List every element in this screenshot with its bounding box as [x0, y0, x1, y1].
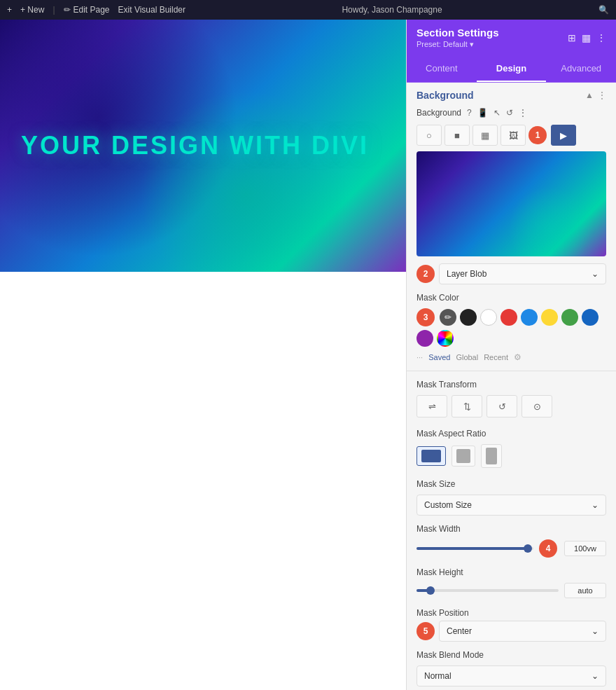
bg-type-color[interactable]: ■ [444, 125, 470, 146]
layer-blob-dropdown[interactable]: Layer Blob ⌄ [439, 263, 606, 284]
hero-title: YOUR DESIGN WITH DIVI [21, 131, 369, 160]
background-type-row: ○ ■ ▦ 🖼 1 ▶ [407, 122, 616, 151]
step-3-badge: 3 [416, 308, 435, 326]
top-bar: + + New | ✏ Edit Page Exit Visual Builde… [0, 0, 616, 20]
mask-width-value[interactable]: 100vw [564, 541, 606, 556]
mask-blend-dropdown[interactable]: Normal ⌄ [416, 665, 606, 686]
panel-header: Section Settings Preset: Default ▾ ⊞ ▦ ⋮ [407, 20, 616, 56]
pencil-icon: ✏ [64, 5, 71, 15]
section-heading-title: Background [416, 90, 474, 101]
layout-icon[interactable]: ▦ [582, 32, 591, 43]
mask-position-arrow: ⌄ [592, 626, 598, 636]
user-greeting: Howdy, Jason Champagne [194, 5, 590, 15]
right-panel: Section Settings Preset: Default ▾ ⊞ ▦ ⋮… [406, 20, 616, 690]
mask-aspect-label: Mask Aspect Ratio [407, 423, 616, 441]
edit-page-button[interactable]: ✏ Edit Page [64, 5, 110, 15]
bg-type-gradient[interactable]: ▦ [472, 125, 498, 146]
color-blue[interactable] [521, 309, 538, 326]
mask-aspect-row [407, 441, 616, 474]
bg-more-icon[interactable]: ⋮ [519, 108, 527, 118]
mask-height-value[interactable]: auto [564, 583, 606, 598]
tab-advanced[interactable]: Advanced [546, 56, 616, 82]
transform-flip-v[interactable]: ⇅ [451, 395, 482, 418]
undo-icon[interactable]: ↺ [506, 108, 513, 118]
transform-reset[interactable]: ⊙ [522, 395, 552, 418]
gear-icon[interactable]: ⚙ [514, 352, 522, 362]
saved-link[interactable]: Saved [428, 353, 450, 361]
panel-preset[interactable]: Preset: Default ▾ [416, 40, 499, 49]
background-image-preview[interactable] [416, 151, 606, 256]
saved-row: ··· Saved Global Recent ⚙ [407, 351, 616, 368]
mask-width-track[interactable] [416, 547, 533, 550]
tab-content[interactable]: Content [407, 56, 477, 82]
color-dark-blue[interactable] [582, 309, 598, 326]
main-area: YOUR DESIGN WITH DIVI Use vw length unit… [0, 20, 616, 690]
mask-position-label: Mask Position [407, 602, 616, 621]
new-button[interactable]: + New [20, 5, 44, 15]
color-green[interactable] [561, 309, 578, 326]
section-heading-background: Background ▲ ⋮ [407, 83, 616, 105]
mask-height-thumb[interactable] [426, 586, 435, 595]
color-rainbow[interactable] [437, 330, 454, 347]
mask-color-label: Mask Color [407, 287, 616, 305]
step-4-badge: 4 [539, 539, 557, 558]
panel-tabs: Content Design Advanced [407, 56, 616, 83]
canvas-body: Use vw length unit forMask width Set mas… [0, 272, 406, 328]
transform-flip-h[interactable]: ⇌ [416, 395, 447, 418]
mask-size-dropdown[interactable]: Custom Size ⌄ [416, 495, 606, 516]
dropdown-arrow: ⌄ [592, 269, 598, 279]
color-red[interactable] [500, 309, 517, 326]
panel-header-icons: ⊞ ▦ ⋮ [568, 32, 606, 43]
cursor-icon[interactable]: ↖ [493, 108, 500, 118]
background-label: Background [416, 108, 461, 118]
bg-type-image[interactable]: 🖼 [500, 125, 526, 146]
hero-section: YOUR DESIGN WITH DIVI [0, 20, 406, 272]
separator: | [52, 5, 55, 15]
recent-link[interactable]: Recent [484, 353, 508, 361]
search-icon[interactable]: 🔍 [598, 5, 609, 15]
aspect-square[interactable] [451, 446, 475, 467]
color-purple[interactable] [416, 330, 433, 347]
aspect-wide[interactable] [416, 446, 446, 466]
section-heading-controls: ▲ ⋮ [585, 90, 606, 100]
help-icon[interactable]: ? [467, 108, 472, 118]
mask-position-dropdown[interactable]: Center ⌄ [439, 621, 606, 642]
section-more-icon[interactable]: ⋮ [598, 90, 606, 100]
mask-transform-label: Mask Transform [407, 374, 616, 392]
eyedropper-swatch[interactable]: ✏ [440, 309, 456, 326]
exit-visual-builder-button[interactable]: Exit Visual Builder [118, 5, 186, 15]
mask-height-row: auto [407, 580, 616, 602]
background-label-row: Background ? 📱 ↖ ↺ ⋮ [407, 105, 616, 122]
global-link[interactable]: Global [456, 353, 478, 361]
mask-size-label: Mask Size [407, 474, 616, 492]
color-yellow[interactable] [541, 309, 558, 326]
mask-width-label: Mask Width [407, 518, 616, 537]
bg-type-video[interactable]: ▶ [551, 125, 576, 146]
aspect-tall[interactable] [481, 444, 502, 468]
canvas-area: YOUR DESIGN WITH DIVI Use vw length unit… [0, 20, 406, 690]
responsive-icon[interactable]: ⊞ [568, 32, 576, 43]
more-options-icon[interactable]: ⋮ [596, 32, 606, 43]
collapse-icon[interactable]: ▲ [585, 90, 594, 100]
mask-height-label: Mask Height [407, 562, 616, 580]
responsive-toggle-icon[interactable]: 📱 [477, 108, 488, 118]
step-5-badge: 5 [416, 622, 435, 640]
mask-width-fill [416, 547, 528, 550]
mask-blend-arrow: ⌄ [592, 671, 598, 681]
divider-1 [407, 371, 616, 371]
dots-icon: ··· [416, 353, 423, 361]
mask-height-track[interactable] [416, 589, 559, 592]
color-black[interactable] [460, 309, 477, 326]
mask-width-row: 4 100vw [407, 537, 616, 562]
add-icon: + [7, 5, 12, 15]
color-white[interactable] [480, 309, 497, 326]
mask-width-thumb[interactable] [524, 544, 532, 553]
tab-design[interactable]: Design [477, 56, 547, 82]
bg-type-none[interactable]: ○ [416, 125, 442, 146]
panel-title: Section Settings [416, 27, 499, 39]
color-swatches-row: 3 ✏ [407, 305, 616, 351]
mask-transform-row: ⇌ ⇅ ↺ ⊙ [407, 392, 616, 423]
step-2-badge: 2 [416, 265, 435, 283]
transform-rotate[interactable]: ↺ [486, 395, 517, 418]
mask-size-arrow: ⌄ [592, 500, 598, 510]
